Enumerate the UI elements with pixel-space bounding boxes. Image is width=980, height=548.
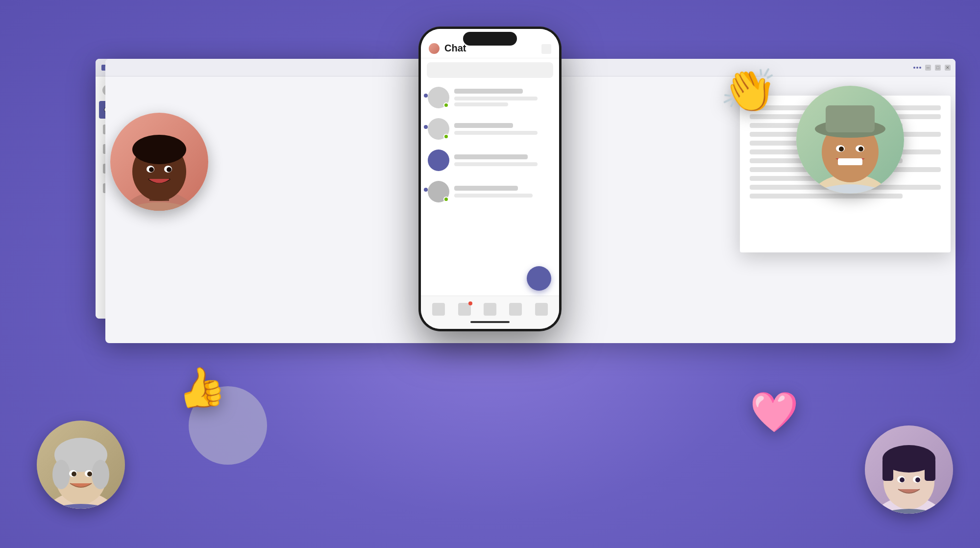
svg-point-24 <box>52 460 70 489</box>
svg-point-28 <box>72 472 76 476</box>
svg-rect-19 <box>838 158 862 165</box>
phone-chat-list <box>421 82 559 296</box>
person-3-illustration <box>37 421 125 509</box>
phone-chat-preview <box>454 97 538 100</box>
phone-chat-item[interactable] <box>421 113 559 145</box>
svg-point-39 <box>915 477 920 482</box>
person-avatar-4 <box>865 425 953 514</box>
phone-chat-item[interactable] <box>421 145 559 176</box>
phone-avatar-wrap <box>428 87 449 108</box>
home-indicator <box>470 321 510 327</box>
svg-point-5 <box>132 135 186 164</box>
svg-point-17 <box>839 147 844 151</box>
phone-menu-btn[interactable] <box>541 44 551 54</box>
close-button[interactable]: ✕ <box>945 65 951 71</box>
person-avatar-3 <box>37 421 125 509</box>
phone-nav-calls[interactable] <box>509 303 522 316</box>
phone-chat-name <box>454 123 513 128</box>
heart-emoji: 🩷 <box>750 389 799 435</box>
phone-nav-more[interactable] <box>535 303 548 316</box>
svg-point-25 <box>92 460 109 489</box>
phone-compose-button[interactable] <box>527 266 551 291</box>
svg-point-38 <box>900 477 905 482</box>
phone-chat-preview <box>454 162 538 166</box>
phone-nav-calendar[interactable] <box>484 303 496 316</box>
person-avatar-1 <box>110 113 208 211</box>
phone-chat-info <box>454 89 552 106</box>
svg-point-9 <box>167 167 172 172</box>
phone-search-bar[interactable] <box>427 62 553 78</box>
mobile-phone: Chat <box>419 27 561 331</box>
phone-avatar-wrap <box>428 181 449 202</box>
person-1-illustration <box>110 113 208 211</box>
svg-point-8 <box>149 167 154 172</box>
phone-chat-name <box>454 186 518 191</box>
phone-user-avatar <box>429 43 440 54</box>
person-avatar-2 <box>796 86 904 194</box>
phone-notch <box>463 32 517 46</box>
unread-indicator <box>424 188 428 192</box>
maximize-button[interactable]: □ <box>935 65 941 71</box>
phone-online-status <box>443 197 449 202</box>
svg-rect-14 <box>826 105 875 132</box>
minimize-button[interactable]: ─ <box>925 65 931 71</box>
phone-avatar <box>428 149 449 171</box>
phone-chat-info <box>454 123 552 135</box>
phone-chat-name <box>454 89 523 94</box>
phone-online-status <box>443 102 449 108</box>
phone-chat-preview2 <box>454 102 508 106</box>
phone-nav-chat[interactable] <box>458 303 471 316</box>
person-2-illustration <box>796 86 904 194</box>
phone-chat-item[interactable] <box>421 176 559 207</box>
phone-chat-info <box>454 186 552 198</box>
unread-indicator <box>424 125 428 129</box>
phone-chat-preview <box>454 194 533 198</box>
phone-avatar-wrap <box>428 118 449 140</box>
phone-body: Chat <box>419 27 561 331</box>
doc-line <box>750 194 903 199</box>
phone-chat-preview <box>454 131 538 135</box>
svg-rect-35 <box>925 459 935 481</box>
dot-3 <box>919 67 921 69</box>
phone-avatar-wrap <box>428 149 449 171</box>
dot-2 <box>916 67 918 69</box>
person-4-illustration <box>865 425 953 514</box>
phone-chat-name <box>454 154 528 159</box>
thumbsup-emoji: 👍 <box>173 361 229 415</box>
svg-rect-34 <box>882 459 893 481</box>
home-bar <box>470 321 510 323</box>
phone-screen: Chat <box>421 29 559 329</box>
phone-nav-grid[interactable] <box>432 303 445 316</box>
phone-chat-info <box>454 154 552 166</box>
phone-online-status <box>443 134 449 139</box>
phone-chat-item[interactable] <box>421 82 559 113</box>
svg-point-18 <box>858 147 863 151</box>
svg-point-29 <box>87 472 92 476</box>
dot-1 <box>913 67 915 69</box>
unread-indicator <box>424 94 428 98</box>
window-dots <box>913 67 921 69</box>
clap-emoji: 👏 <box>718 59 781 120</box>
